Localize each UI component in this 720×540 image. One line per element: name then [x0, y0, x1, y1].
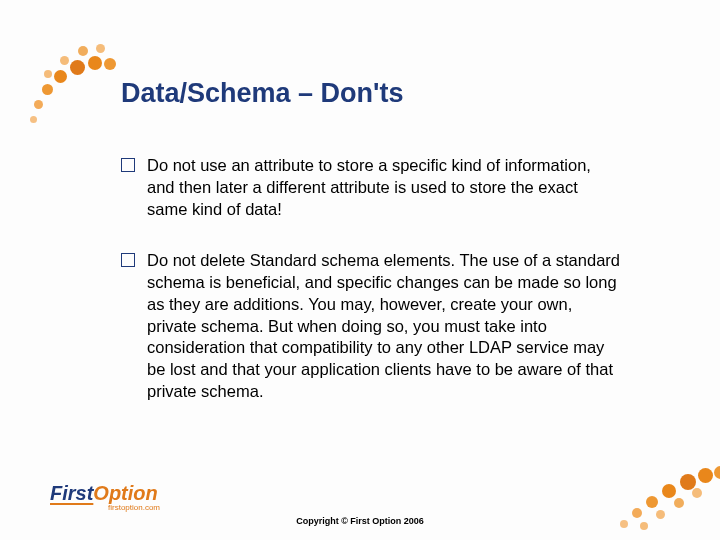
logo-word-second: Option — [93, 482, 157, 504]
bullet-box-icon — [121, 158, 135, 172]
bullet-item: Do not delete Standard schema elements. … — [121, 250, 621, 402]
slide-body: Do not use an attribute to store a speci… — [121, 155, 621, 433]
footer-logo: FirstOption firstoption.com — [50, 482, 160, 512]
bullet-text: Do not use an attribute to store a speci… — [147, 155, 621, 220]
slide-title: Data/Schema – Don'ts — [121, 78, 404, 109]
logo-word-first: First — [50, 482, 93, 504]
bullet-box-icon — [121, 253, 135, 267]
bullet-item: Do not use an attribute to store a speci… — [121, 155, 621, 220]
copyright-text: Copyright © First Option 2006 — [0, 516, 720, 526]
logo-subtext: firstoption.com — [108, 503, 160, 512]
bullet-text: Do not delete Standard schema elements. … — [147, 250, 621, 402]
